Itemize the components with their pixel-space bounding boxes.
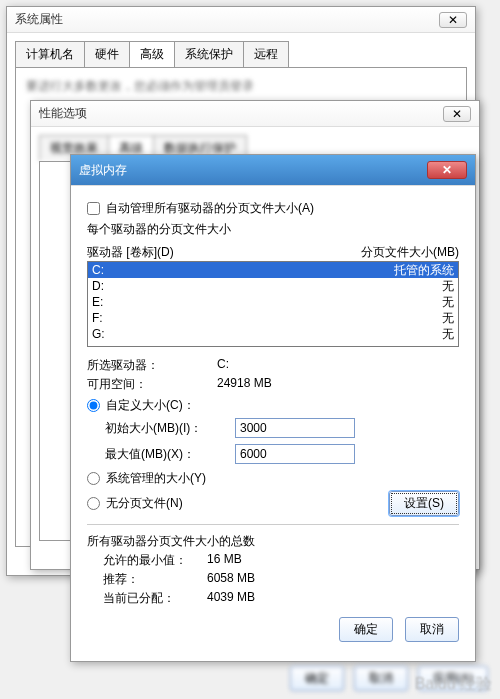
available-space-value: 24918 MB <box>217 376 272 393</box>
drive-list[interactable]: C: 托管的系统 D: 无 E: 无 F: 无 G: 无 <box>87 261 459 347</box>
current-allocated-row: 当前已分配： 4039 MB <box>87 590 459 607</box>
totals-block: 允许的最小值： 16 MB 推荐： 6058 MB 当前已分配： 4039 MB <box>87 552 459 607</box>
min-allowed-row: 允许的最小值： 16 MB <box>87 552 459 569</box>
ok-button[interactable]: 确定 <box>339 617 393 642</box>
tab-computer-name[interactable]: 计算机名 <box>15 41 85 67</box>
tab-remote[interactable]: 远程 <box>243 41 289 67</box>
admin-note: 要进行大多数更改，您必须作为管理员登录 <box>26 78 456 95</box>
drive-list-header: 驱动器 [卷标](D) 分页文件大小(MB) <box>87 244 459 261</box>
drive-row[interactable]: E: 无 <box>88 294 458 310</box>
auto-manage-label: 自动管理所有驱动器的分页文件大小(A) <box>106 200 314 217</box>
no-paging-label: 无分页文件(N) <box>106 495 183 512</box>
virtual-memory-title: 虚拟内存 <box>79 162 127 179</box>
drive-row[interactable]: F: 无 <box>88 310 458 326</box>
current-allocated-value: 4039 MB <box>207 590 297 607</box>
totals-header: 所有驱动器分页文件大小的总数 <box>87 533 459 550</box>
no-paging-radio[interactable] <box>87 497 100 510</box>
auto-manage-checkbox[interactable] <box>87 202 100 215</box>
current-allocated-label: 当前已分配： <box>87 590 207 607</box>
drive-pagefile: 无 <box>304 326 454 342</box>
system-properties-title: 系统属性 <box>15 11 63 28</box>
virtual-memory-titlebar: 虚拟内存 ✕ <box>71 155 475 186</box>
drive-row[interactable]: G: 无 <box>88 326 458 342</box>
min-allowed-value: 16 MB <box>207 552 297 569</box>
drive-letter: C: <box>92 262 304 278</box>
initial-size-input[interactable] <box>235 418 355 438</box>
cancel-button[interactable]: 取消 <box>405 617 459 642</box>
max-size-label: 最大值(MB)(X)： <box>105 446 235 463</box>
close-icon[interactable]: ✕ <box>443 106 471 122</box>
drive-letter: F: <box>92 310 304 326</box>
tab-system-protection[interactable]: 系统保护 <box>174 41 244 67</box>
system-managed-label: 系统管理的大小(Y) <box>106 470 206 487</box>
each-drive-label: 每个驱动器的分页文件大小 <box>87 221 459 238</box>
close-icon[interactable]: ✕ <box>439 12 467 28</box>
available-space-row: 可用空间： 24918 MB <box>87 376 459 393</box>
ok-button[interactable]: 确定 <box>290 666 344 691</box>
recommended-label: 推荐： <box>87 571 207 588</box>
custom-size-label: 自定义大小(C)： <box>106 397 195 414</box>
system-managed-radio[interactable] <box>87 472 100 485</box>
selected-drive-row: 所选驱动器： C: <box>87 357 459 374</box>
drive-row[interactable]: C: 托管的系统 <box>88 262 458 278</box>
close-icon[interactable]: ✕ <box>427 161 467 179</box>
drive-pagefile: 托管的系统 <box>304 262 454 278</box>
virtual-memory-footer: 确定 取消 <box>87 617 459 642</box>
min-allowed-label: 允许的最小值： <box>87 552 207 569</box>
system-managed-row: 系统管理的大小(Y) <box>87 470 459 487</box>
initial-size-row: 初始大小(MB)(I)： <box>87 418 459 438</box>
separator <box>87 524 459 525</box>
selected-drive-value: C: <box>217 357 229 374</box>
no-paging-row: 无分页文件(N) 设置(S) <box>87 491 459 516</box>
drive-letter: D: <box>92 278 304 294</box>
recommended-value: 6058 MB <box>207 571 297 588</box>
virtual-memory-dialog: 虚拟内存 ✕ 自动管理所有驱动器的分页文件大小(A) 每个驱动器的分页文件大小 … <box>70 154 476 662</box>
selected-drive-label: 所选驱动器： <box>87 357 217 374</box>
drive-letter: G: <box>92 326 304 342</box>
watermark: Baidu 经验 <box>415 674 492 695</box>
max-size-row: 最大值(MB)(X)： <box>87 444 459 464</box>
max-size-input[interactable] <box>235 444 355 464</box>
recommended-row: 推荐： 6058 MB <box>87 571 459 588</box>
auto-manage-row: 自动管理所有驱动器的分页文件大小(A) <box>87 200 459 217</box>
cancel-button[interactable]: 取消 <box>354 666 408 691</box>
performance-options-title: 性能选项 <box>39 105 87 122</box>
initial-size-label: 初始大小(MB)(I)： <box>105 420 235 437</box>
drive-pagefile: 无 <box>304 310 454 326</box>
virtual-memory-body: 自动管理所有驱动器的分页文件大小(A) 每个驱动器的分页文件大小 驱动器 [卷标… <box>71 186 475 654</box>
tab-hardware[interactable]: 硬件 <box>84 41 130 67</box>
available-space-label: 可用空间： <box>87 376 217 393</box>
system-properties-tabs: 计算机名 硬件 高级 系统保护 远程 <box>15 41 467 67</box>
tab-advanced[interactable]: 高级 <box>129 41 175 67</box>
custom-size-row: 自定义大小(C)： <box>87 397 459 414</box>
drive-pagefile: 无 <box>304 294 454 310</box>
system-properties-titlebar: 系统属性 ✕ <box>7 7 475 33</box>
performance-options-titlebar: 性能选项 ✕ <box>31 101 479 127</box>
custom-size-radio[interactable] <box>87 399 100 412</box>
drive-row[interactable]: D: 无 <box>88 278 458 294</box>
col-pagefile-label: 分页文件大小(MB) <box>299 244 459 261</box>
set-button[interactable]: 设置(S) <box>389 491 459 516</box>
drive-letter: E: <box>92 294 304 310</box>
drive-pagefile: 无 <box>304 278 454 294</box>
col-drive-label: 驱动器 [卷标](D) <box>87 244 299 261</box>
